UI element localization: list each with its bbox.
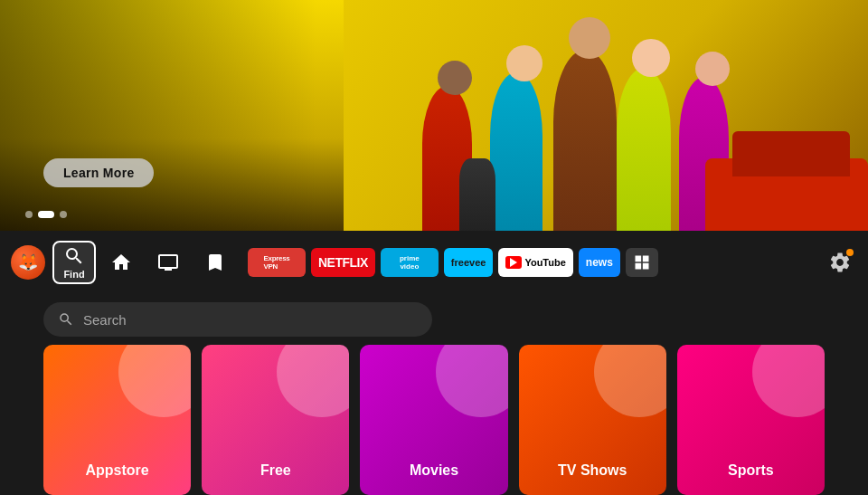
appstore-deco xyxy=(118,345,191,417)
home-button[interactable] xyxy=(99,241,143,284)
news-logo[interactable]: news xyxy=(579,248,620,277)
settings-button[interactable] xyxy=(823,245,857,280)
dot-3[interactable] xyxy=(60,211,67,218)
character-3 xyxy=(553,50,617,231)
char1-head xyxy=(438,61,472,95)
expressvpn-text: ExpressVPN xyxy=(263,254,289,271)
find-button[interactable]: Find xyxy=(52,241,96,284)
home-icon xyxy=(110,252,132,273)
find-label: Find xyxy=(63,269,84,280)
movies-label: Movies xyxy=(410,462,458,479)
apps-grid-button[interactable] xyxy=(626,248,658,277)
tvshows-label: TV Shows xyxy=(558,462,627,479)
notification-dot xyxy=(846,249,854,256)
youtube-text: YouTube xyxy=(524,257,565,268)
search-input-icon xyxy=(58,311,74,328)
grid-icon xyxy=(633,253,651,271)
carousel-dots xyxy=(25,211,67,218)
netflix-text: NETFLIX xyxy=(318,255,368,270)
free-label: Free xyxy=(260,462,291,479)
learn-more-button[interactable]: Learn More xyxy=(43,158,154,187)
character-4 xyxy=(617,68,671,231)
search-placeholder: Search xyxy=(83,312,127,328)
dot-1[interactable] xyxy=(25,211,33,218)
dot-2[interactable] xyxy=(38,211,54,218)
sports-label: Sports xyxy=(728,462,774,479)
youtube-logo[interactable]: YouTube xyxy=(498,248,572,277)
sports-tile[interactable]: Sports xyxy=(677,345,825,495)
free-deco xyxy=(277,345,349,417)
char2-head xyxy=(506,45,542,81)
category-row: Appstore Free Movies TV Shows Sports xyxy=(0,345,868,495)
youtube-icon xyxy=(505,256,522,269)
primevideo-text: primevideo xyxy=(400,254,420,271)
primevideo-logo[interactable]: primevideo xyxy=(381,248,439,277)
service-logos: ExpressVPN NETFLIX primevideo freevee Yo… xyxy=(248,248,658,277)
freevee-text: freevee xyxy=(451,257,486,268)
hero-banner: Learn More xyxy=(0,0,868,231)
hero-characters xyxy=(344,0,868,231)
search-icon xyxy=(63,245,85,267)
tv-icon xyxy=(157,252,179,273)
freevee-logo[interactable]: freevee xyxy=(444,248,494,277)
people-group xyxy=(344,0,868,231)
navigation-bar: 🦊 Find ExpressVPN NETFLIX primevideo xyxy=(0,231,868,294)
expressvpn-logo[interactable]: ExpressVPN xyxy=(248,248,306,277)
sports-deco xyxy=(752,345,825,417)
char5-head xyxy=(695,52,730,86)
appstore-label: Appstore xyxy=(85,462,148,479)
character-2 xyxy=(490,72,542,231)
tvshows-tile[interactable]: TV Shows xyxy=(519,345,666,495)
search-bar-row: Search xyxy=(0,294,868,345)
netflix-logo[interactable]: NETFLIX xyxy=(311,248,375,277)
bookmark-icon xyxy=(204,252,226,273)
search-input-wrap[interactable]: Search xyxy=(43,302,432,337)
news-text: news xyxy=(586,256,613,269)
free-tile[interactable]: Free xyxy=(202,345,349,495)
char4-head xyxy=(632,39,670,77)
tv-button[interactable] xyxy=(146,241,190,284)
avatar[interactable]: 🦊 xyxy=(11,245,45,280)
tvshows-deco xyxy=(594,345,666,417)
movies-tile[interactable]: Movies xyxy=(360,345,507,495)
car-top xyxy=(732,131,850,176)
movies-deco xyxy=(436,345,508,417)
play-triangle xyxy=(510,258,517,267)
watchlist-button[interactable] xyxy=(193,241,237,284)
appstore-tile[interactable]: Appstore xyxy=(43,345,191,495)
char3-head xyxy=(569,17,610,59)
character-moto xyxy=(459,158,495,231)
hero-gradient-overlay xyxy=(0,0,316,231)
